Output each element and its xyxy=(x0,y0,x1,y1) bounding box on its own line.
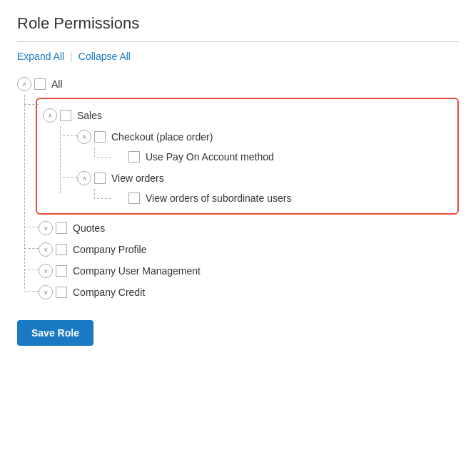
sales-children: Checkout (place order) xyxy=(63,126,452,207)
checkbox-view-orders[interactable] xyxy=(94,173,106,184)
tree-row-pay-on-account: Use Pay On Account method xyxy=(111,148,452,166)
checkbox-all[interactable] xyxy=(34,78,46,90)
checkbox-checkout[interactable] xyxy=(94,131,106,143)
vert-line-sales xyxy=(60,126,61,193)
horiz-line-checkout xyxy=(63,135,77,136)
collapse-all-link[interactable]: Collapse All xyxy=(79,51,131,62)
label-checkout: Checkout (place order) xyxy=(111,131,213,143)
save-role-button[interactable]: Save Role xyxy=(17,320,93,346)
label-sales: Sales xyxy=(77,110,102,121)
vert-line-checkout xyxy=(94,148,95,158)
label-pay-on-account: Use Pay On Account method xyxy=(146,151,274,163)
page-title: Role Permissions xyxy=(17,14,459,42)
root-children: Sales Checkout (place order) xyxy=(24,95,459,303)
label-view-subordinate: View orders of subordinate users xyxy=(146,192,291,204)
permissions-tree: All Sales xyxy=(17,73,459,303)
tree-row-all: All xyxy=(17,73,459,95)
checkout-children: Use Pay On Account method xyxy=(97,148,452,166)
tree-row-company-credit: Company Credit xyxy=(39,282,145,303)
horiz-line-view-orders xyxy=(63,177,77,178)
toggle-checkout[interactable] xyxy=(77,130,91,144)
vert-line-view-orders xyxy=(94,189,95,199)
toolbar-divider: | xyxy=(70,51,73,62)
horiz-line-subordinate xyxy=(97,198,111,199)
toggle-quotes[interactable] xyxy=(39,221,53,235)
label-view-orders: View orders xyxy=(111,173,164,184)
checkbox-view-subordinate[interactable] xyxy=(128,192,140,204)
label-company-profile: Company Profile xyxy=(73,244,147,255)
toggle-view-orders[interactable] xyxy=(77,171,91,185)
checkbox-company-credit[interactable] xyxy=(56,287,67,298)
view-orders-children: View orders of subordinate users xyxy=(97,189,452,207)
checkbox-company-user-mgmt[interactable] xyxy=(56,265,67,277)
expand-all-link[interactable]: Expand All xyxy=(17,51,64,62)
tree-item-view-subordinate: View orders of subordinate users xyxy=(97,189,452,207)
tree-item-quotes: Quotes xyxy=(24,217,459,239)
toolbar: Expand All | Collapse All xyxy=(17,51,459,62)
toggle-company-profile[interactable] xyxy=(39,242,53,257)
tree-row-company-user-mgmt: Company User Management xyxy=(39,260,201,282)
label-company-credit: Company Credit xyxy=(73,287,145,298)
toggle-company-user-mgmt[interactable] xyxy=(39,264,53,278)
sales-node: Sales Checkout (place order) xyxy=(39,95,459,217)
tree-row-view-subordinate: View orders of subordinate users xyxy=(111,189,452,207)
tree-item-view-orders: View orders View orde xyxy=(63,168,452,207)
tree-item-company-profile: Company Profile xyxy=(24,239,459,260)
tree-row-company-profile: Company Profile xyxy=(39,239,147,260)
label-quotes: Quotes xyxy=(73,222,105,234)
tree-item-sales: Sales Checkout (place order) xyxy=(24,95,459,217)
tree-item-company-user-mgmt: Company User Management xyxy=(24,260,459,282)
toggle-all[interactable] xyxy=(17,77,31,91)
tree-row-sales: Sales xyxy=(43,105,452,126)
tree-item-pay-on-account: Use Pay On Account method xyxy=(97,148,452,166)
checkbox-sales[interactable] xyxy=(60,110,71,121)
checkbox-pay-on-account[interactable] xyxy=(128,151,140,163)
sales-highlight-box: Sales Checkout (place order) xyxy=(36,98,459,215)
tree-item-company-credit: Company Credit xyxy=(24,282,459,303)
checkbox-quotes[interactable] xyxy=(56,222,67,234)
checkbox-company-profile[interactable] xyxy=(56,244,67,255)
tree-row-view-orders: View orders xyxy=(77,168,452,189)
label-company-user-mgmt: Company User Management xyxy=(73,265,201,277)
horiz-line-pay xyxy=(97,157,111,158)
tree-row-checkout: Checkout (place order) xyxy=(77,126,452,148)
tree-row-quotes: Quotes xyxy=(39,217,105,239)
label-all: All xyxy=(51,78,63,90)
toggle-sales[interactable] xyxy=(43,108,57,123)
tree-item-checkout: Checkout (place order) xyxy=(63,126,452,166)
toggle-company-credit[interactable] xyxy=(39,285,53,299)
